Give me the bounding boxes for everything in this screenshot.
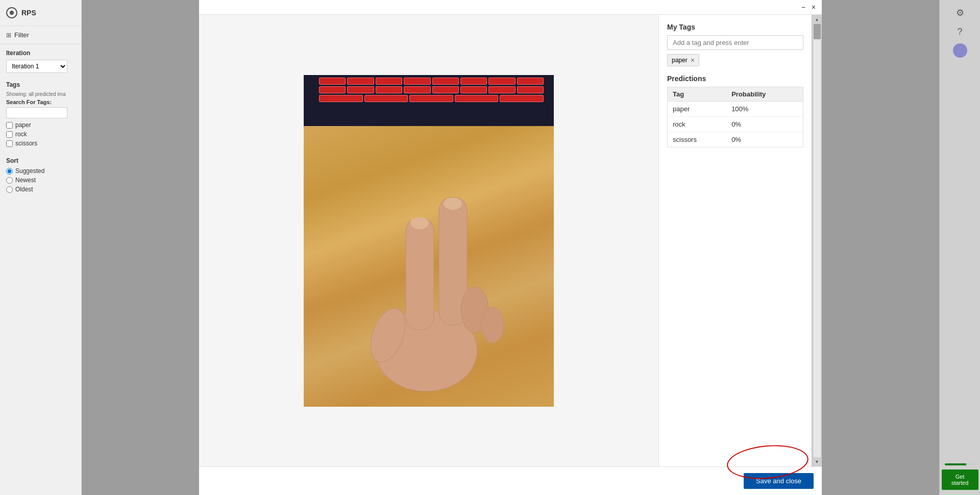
sort-suggested: Suggested xyxy=(6,167,75,175)
sort-oldest: Oldest xyxy=(6,186,75,193)
tags-section: Tags Showing: all predicted ima Search F… xyxy=(0,76,81,152)
checkbox-paper[interactable] xyxy=(6,122,13,129)
get-started-button[interactable]: Get started xyxy=(942,469,978,490)
radio-newest[interactable] xyxy=(6,177,13,184)
tag-checkbox-scissors: scissors xyxy=(6,140,75,147)
image-detail-modal: − × xyxy=(199,0,822,495)
tag-chip-paper: paper × xyxy=(667,54,699,66)
tag-checkbox-paper: paper xyxy=(6,121,75,129)
help-button[interactable]: ? xyxy=(955,24,964,39)
modal-close-button[interactable]: × xyxy=(808,2,819,12)
modal-header: − × xyxy=(199,0,822,15)
prediction-tag: rock xyxy=(668,117,727,132)
main-content: − × xyxy=(82,0,939,495)
svg-point-4 xyxy=(481,307,504,343)
settings-button[interactable]: ⚙ xyxy=(954,5,966,20)
iteration-section: Iteration Iteration 1 xyxy=(0,44,81,76)
tags-label: Tags xyxy=(6,81,75,88)
checkbox-scissors[interactable] xyxy=(6,140,13,147)
filter-label: Filter xyxy=(14,31,29,39)
tag-checkbox-rock: rock xyxy=(6,131,75,138)
far-right-panel: ⚙ ? Get started xyxy=(939,0,980,495)
sidebar-logo: RPS xyxy=(0,0,81,26)
sort-suggested-label: Suggested xyxy=(15,167,44,175)
save-close-button[interactable]: Save and close xyxy=(744,473,814,489)
tag-label-paper: paper xyxy=(15,121,31,129)
modal-footer: Save and close xyxy=(199,466,822,495)
tag-input[interactable] xyxy=(667,35,803,50)
prediction-probability: 0% xyxy=(726,117,803,132)
prediction-tag: paper xyxy=(668,102,727,117)
tag-chip-label: paper xyxy=(672,57,688,64)
tag-label-scissors: scissors xyxy=(15,140,37,147)
modal-minimize-button[interactable]: − xyxy=(798,2,808,12)
checkbox-rock[interactable] xyxy=(6,131,13,138)
app-title: RPS xyxy=(21,9,36,17)
predictions-table: Tag Probability paper 100% rock 0% sciss… xyxy=(667,87,803,147)
logo-icon xyxy=(6,7,17,18)
far-right-top: ⚙ ? xyxy=(953,5,967,58)
prediction-tag: scissors xyxy=(668,132,727,147)
hand-image xyxy=(304,75,554,407)
modal-scrollbar[interactable]: ▲ ▼ xyxy=(812,15,822,466)
prediction-row: paper 100% xyxy=(668,102,803,117)
sort-section: Sort Suggested Newest Oldest xyxy=(0,152,81,200)
prediction-row: rock 0% xyxy=(668,117,803,132)
iteration-label: Iteration xyxy=(6,50,75,57)
tag-chip-remove-button[interactable]: × xyxy=(691,56,695,64)
modal-overlay: − × xyxy=(82,0,939,495)
svg-rect-1 xyxy=(406,218,434,330)
filter-icon: ⊞ xyxy=(6,32,11,39)
iteration-select[interactable]: Iteration 1 xyxy=(6,60,67,73)
prediction-probability: 0% xyxy=(726,132,803,147)
sort-oldest-label: Oldest xyxy=(15,186,33,193)
hand-svg-container xyxy=(304,116,554,407)
svg-point-7 xyxy=(444,197,462,210)
my-tags-title: My Tags xyxy=(667,23,803,31)
keyboard-keys xyxy=(319,78,544,113)
radio-oldest[interactable] xyxy=(6,186,13,193)
progress-bar-container xyxy=(945,463,975,465)
tags-info: Showing: all predicted ima xyxy=(6,91,75,97)
avatar[interactable] xyxy=(953,43,967,58)
sort-newest: Newest xyxy=(6,177,75,184)
prediction-probability: 100% xyxy=(726,102,803,117)
image-area xyxy=(199,15,658,466)
col-probability-header: Probability xyxy=(726,87,803,102)
modal-body: My Tags paper × Predictions xyxy=(199,15,822,466)
search-tags-label: Search For Tags: xyxy=(6,99,75,105)
filter-button[interactable]: ⊞ Filter xyxy=(0,26,81,44)
scroll-thumb[interactable] xyxy=(814,24,821,39)
search-tags-input[interactable] xyxy=(6,107,67,118)
sort-newest-label: Newest xyxy=(15,177,36,184)
progress-bar xyxy=(945,463,966,465)
predictions-section: Predictions Tag Probability paper 100% xyxy=(667,75,803,147)
far-right-bottom: Get started xyxy=(942,463,978,490)
prediction-row: scissors 0% xyxy=(668,132,803,147)
radio-suggested[interactable] xyxy=(6,168,13,175)
col-tag-header: Tag xyxy=(668,87,727,102)
my-tags-section: My Tags paper × xyxy=(667,23,803,66)
predictions-title: Predictions xyxy=(667,75,803,83)
svg-point-6 xyxy=(410,217,429,229)
scroll-up-arrow[interactable]: ▲ xyxy=(814,16,820,23)
tag-label-rock: rock xyxy=(15,131,27,138)
right-panel: My Tags paper × Predictions xyxy=(658,15,812,466)
sort-label: Sort xyxy=(6,157,75,164)
scroll-down-arrow[interactable]: ▼ xyxy=(814,458,820,465)
scroll-track[interactable] xyxy=(814,24,821,457)
sidebar: RPS ⊞ Filter Iteration Iteration 1 Tags … xyxy=(0,0,82,495)
